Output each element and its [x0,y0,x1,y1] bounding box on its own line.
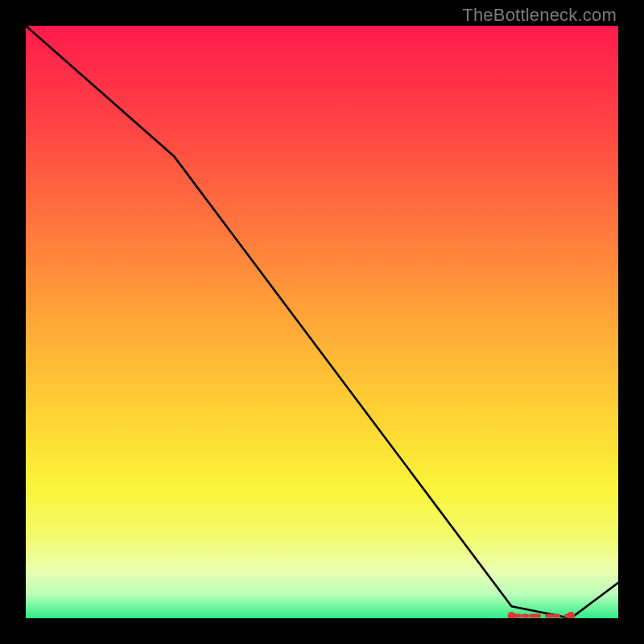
attribution-text: TheBottleneck.com [462,5,617,26]
svg-point-2 [567,612,575,618]
plot-area [26,26,618,618]
line-series [26,26,618,618]
svg-point-1 [508,612,516,618]
chart-frame: TheBottleneck.com [0,0,644,644]
